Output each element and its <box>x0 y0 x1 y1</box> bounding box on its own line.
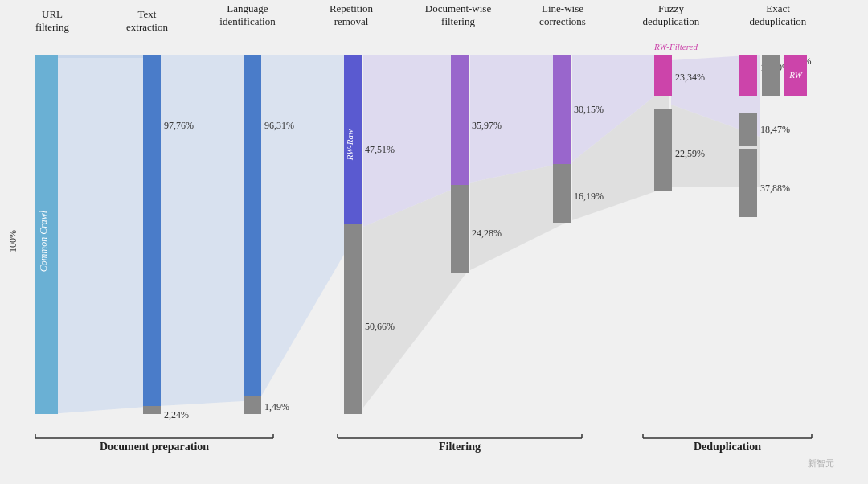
bar-lang-id-blue <box>244 55 261 396</box>
header-text-extraction: Text <box>138 8 157 20</box>
pct-fuzzy-pink: 23,34% <box>675 72 705 83</box>
bar-text-ext-blue <box>143 55 161 406</box>
bar-lang-id-gray <box>244 396 261 414</box>
header-exact-dedup: Exact <box>766 2 790 14</box>
header-url-filtering2: filtering <box>35 21 69 33</box>
svg-marker-3 <box>158 55 257 406</box>
header-fuzzy-dedup: Fuzzy <box>658 2 684 14</box>
bar-exact-gray2 <box>739 113 757 146</box>
pct-doc-filter-gray: 24,28% <box>472 228 502 239</box>
pct-line-corr-gray: 16,19% <box>574 191 604 202</box>
label-dedup: Deduplication <box>694 441 761 453</box>
header-rep-removal2: removal <box>334 15 369 27</box>
header-fuzzy-dedup2: deduplication <box>643 15 700 27</box>
pipeline-chart: URL filtering Text extraction Language i… <box>0 0 868 484</box>
header-lang-id2: identification <box>219 15 276 27</box>
pct-doc-filter-purple: 35,97% <box>472 120 502 131</box>
bar-doc-filter-gray <box>451 185 469 273</box>
pct-lang-id-gray: 1,49% <box>264 401 289 412</box>
header-rep-removal: Repetition <box>330 2 374 14</box>
pct-text-ext: 97,76% <box>164 120 194 131</box>
watermark: 新智元 <box>808 458 834 468</box>
header-doc-filter: Document-wise <box>425 2 492 14</box>
header-line-corr2: corrections <box>539 15 586 27</box>
label-rw-filtered: RW-Filtered <box>653 42 698 51</box>
bar-doc-filter-purple <box>451 55 469 185</box>
bar-text-ext-gray <box>143 406 161 414</box>
header-doc-filter2: filtering <box>441 15 475 27</box>
header-text-extraction2: extraction <box>126 21 168 33</box>
bar-exact-gray3 <box>739 149 757 217</box>
pct-lang-id: 96,31% <box>264 120 294 131</box>
label-rw-raw: RW-Raw <box>345 129 354 161</box>
label-doc-prep: Document preparation <box>100 441 209 453</box>
pct-text-ext-gray: 2,24% <box>164 409 189 420</box>
bar-line-corr-gray <box>553 164 571 223</box>
bar-exact-gray-top <box>762 55 780 96</box>
pct-fuzzy-gray: 22,59% <box>675 148 705 159</box>
label-filtering: Filtering <box>439 441 481 453</box>
bar-rep-rem-gray <box>344 224 362 414</box>
pct-rep-rem-gray: 50,66% <box>365 321 395 332</box>
pct-exact-gray2: 18,47% <box>760 124 790 135</box>
header-lang-id: Language <box>227 2 268 14</box>
header-url-filtering: URL <box>42 8 63 20</box>
pct-exact-gray3: 37,88% <box>760 183 790 194</box>
label-rw: RW <box>788 70 803 80</box>
bar-fuzzy-gray <box>654 109 672 191</box>
chart-container: URL filtering Text extraction Language i… <box>0 0 868 484</box>
bar-exact-pink <box>739 55 757 96</box>
bar-fuzzy-pink <box>654 55 672 96</box>
header-line-corr: Line-wise <box>542 2 583 14</box>
pct-rep-rem-purple: 47,51% <box>365 144 395 155</box>
svg-marker-2 <box>50 55 157 414</box>
pct-line-corr-purple: 30,15% <box>574 104 604 115</box>
bar-line-corr-purple <box>553 55 571 164</box>
pct-common-crawl: 100% <box>7 230 18 252</box>
header-exact-dedup2: deduplication <box>750 15 807 27</box>
label-common-crawl: Common Crawl <box>38 210 49 272</box>
